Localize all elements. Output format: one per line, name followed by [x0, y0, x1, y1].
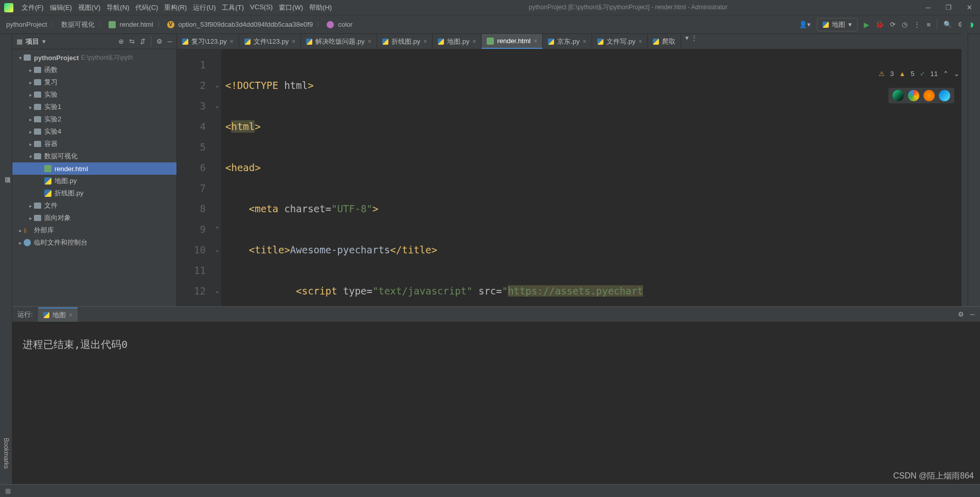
tree-external-libs[interactable]: ▸⫴外部库	[12, 224, 176, 236]
close-icon[interactable]: ×	[292, 38, 295, 45]
close-icon[interactable]: ×	[423, 38, 427, 45]
menu-edit[interactable]: 编辑(E)	[47, 3, 75, 12]
chevron-down-icon[interactable]: ⌄	[954, 70, 959, 78]
tree-folder[interactable]: ▸实验1	[12, 101, 176, 113]
locate-icon[interactable]: ⊕	[118, 38, 124, 45]
menu-vcs[interactable]: VCS(S)	[247, 3, 276, 12]
run-config-label: 地图	[832, 20, 845, 29]
tab[interactable]: 爬取	[648, 34, 681, 49]
fold-icon[interactable]: ⌄	[213, 96, 221, 116]
project-title: 项目	[26, 37, 39, 46]
tree-folder[interactable]: ▸实验4	[12, 125, 176, 138]
run-button[interactable]: ▶	[864, 21, 869, 29]
hide-icon[interactable]: ─	[970, 310, 975, 318]
left-tool-stripe[interactable]: 项目	[0, 34, 12, 306]
tree-folder[interactable]: ▸实验	[12, 88, 176, 101]
menu-refactor[interactable]: 重构(R)	[161, 3, 190, 12]
tab[interactable]: 文件写.py×	[592, 34, 648, 49]
close-button[interactable]: ✕	[963, 3, 976, 13]
tree-file-selected[interactable]: render.html	[12, 162, 176, 175]
breadcrumb: pythonProject〉 数据可视化〉 render.html〉 Vopti…	[6, 20, 352, 29]
stop-button[interactable]: ■	[926, 21, 931, 28]
close-icon[interactable]: ×	[230, 38, 234, 45]
inspections-widget[interactable]: ⚠3 ▲5 ✓11 ⌃ ⌄	[879, 70, 959, 78]
tree-folder[interactable]: ▸函数	[12, 64, 176, 76]
close-icon[interactable]: ×	[583, 38, 586, 45]
fold-icon[interactable]: ⌄	[213, 75, 221, 96]
close-icon[interactable]: ×	[69, 311, 73, 319]
fold-icon[interactable]: ⌄	[213, 281, 221, 301]
python-icon	[306, 39, 312, 45]
user-icon[interactable]: 👤▾	[799, 21, 811, 28]
html-icon	[44, 165, 51, 172]
bc-var[interactable]: option_53f909dcab3d4dd094fddb5caa38e0f9	[179, 21, 313, 28]
close-icon[interactable]: ×	[638, 38, 642, 45]
tree-folder[interactable]: ▸复习	[12, 76, 176, 88]
tree-root[interactable]: ▾ pythonProject E:\python练习\pyth	[12, 51, 176, 64]
tree-folder-open[interactable]: ▾数据可视化	[12, 150, 176, 162]
tree-folder[interactable]: ▸面向对象	[12, 212, 176, 224]
minimize-button[interactable]: ─	[921, 3, 935, 13]
tree-folder[interactable]: ▸实验2	[12, 113, 176, 125]
code-area[interactable]: 12345678910111213 ⌄ ⌄ ⌃ ⌄ ⌄ <!DOCTYPE ht…	[177, 49, 980, 306]
tool-windows-icon[interactable]: ▦	[5, 487, 11, 494]
debug-button[interactable]: 🐞	[876, 21, 884, 28]
editor: 复习\123.py× 文件\123.py× 解决吃饭问题.py× 折线图.py×…	[177, 34, 980, 306]
menu-file[interactable]: 文件(F)	[19, 3, 47, 12]
bc-folder[interactable]: 数据可视化	[61, 20, 95, 29]
tree-file[interactable]: 地图.py	[12, 175, 176, 187]
tab[interactable]: 地图.py×	[433, 34, 482, 49]
close-icon[interactable]: ×	[368, 38, 371, 45]
search-icon[interactable]: 🔍	[943, 21, 952, 28]
fold-icon[interactable]: ⌃	[213, 219, 221, 240]
bc-file[interactable]: render.html	[120, 21, 153, 28]
maximize-button[interactable]: ❐	[942, 3, 955, 13]
firefox-icon[interactable]	[923, 90, 935, 101]
tree-file[interactable]: 折线图.py	[12, 187, 176, 199]
tree-folder[interactable]: ▸文件	[12, 199, 176, 212]
chevron-up-icon[interactable]: ⌃	[943, 70, 949, 78]
right-tool-stripe[interactable]	[968, 34, 980, 306]
collapse-icon[interactable]: ⇵	[140, 38, 146, 45]
tab-active[interactable]: render.html×	[482, 34, 543, 49]
tab-overflow[interactable]: ▾ ⋮	[681, 34, 702, 49]
chevron-down-icon[interactable]: ▾	[42, 38, 46, 45]
status-bar: ▦	[0, 484, 980, 497]
left-bottom-stripe[interactable]: Bookmarks 结构	[0, 306, 12, 484]
close-icon[interactable]: ×	[533, 38, 537, 45]
gear-icon[interactable]: ⚙	[156, 38, 163, 45]
tab[interactable]: 京东.py×	[543, 34, 592, 49]
run-coverage-button[interactable]: ⟳	[890, 21, 896, 28]
profile-button[interactable]: ◷	[902, 21, 907, 28]
tree-scratches[interactable]: ▸临时文件和控制台	[12, 236, 176, 249]
html-icon	[109, 21, 116, 28]
bc-prop[interactable]: color	[338, 21, 352, 28]
tab[interactable]: 解决吃饭问题.py×	[301, 34, 377, 49]
hide-icon[interactable]: ─	[168, 38, 172, 45]
tab[interactable]: 复习\123.py×	[177, 34, 239, 49]
chrome-icon[interactable]	[908, 90, 919, 101]
run-tab[interactable]: 地图 ×	[38, 307, 78, 322]
pycharm-icon[interactable]	[893, 90, 904, 101]
more-run-button[interactable]: ⋮	[914, 21, 920, 28]
expand-icon[interactable]: ⇆	[129, 38, 135, 45]
ide-features-icon[interactable]: ◗	[970, 21, 974, 28]
fold-icon[interactable]: ⌄	[213, 240, 221, 260]
menu-navigate[interactable]: 导航(N)	[103, 3, 132, 12]
bc-project[interactable]: pythonProject	[6, 21, 47, 28]
menu-view[interactable]: 视图(V)	[75, 3, 103, 12]
menu-help[interactable]: 帮助(H)	[306, 3, 335, 12]
tab[interactable]: 折线图.py×	[377, 34, 433, 49]
menu-window[interactable]: 窗口(W)	[276, 3, 306, 12]
gear-icon[interactable]: ⚙	[958, 310, 964, 318]
close-icon[interactable]: ×	[472, 38, 476, 45]
run-config-selector[interactable]: 地图 ▾	[817, 18, 858, 31]
code-content[interactable]: <!DOCTYPE html> <html> <head> <meta char…	[221, 49, 980, 306]
fold-gutter: ⌄ ⌄ ⌃ ⌄ ⌄	[213, 49, 221, 306]
tab[interactable]: 文件\123.py×	[239, 34, 301, 49]
menu-run[interactable]: 运行(U)	[190, 3, 219, 12]
edge-icon[interactable]	[939, 90, 950, 101]
tree-folder[interactable]: ▸容器	[12, 138, 176, 150]
menu-tools[interactable]: 工具(T)	[219, 3, 247, 12]
menu-code[interactable]: 代码(C)	[132, 3, 161, 12]
